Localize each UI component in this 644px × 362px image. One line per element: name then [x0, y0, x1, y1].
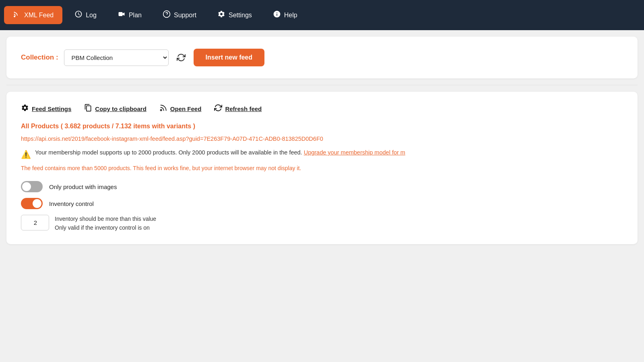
feed-url[interactable]: https://api.orsis.net/2019/facebook-inst… [21, 136, 623, 142]
warning-icon: ⚠️ [21, 150, 31, 159]
feed-card: Feed Settings Copy to clipboard Open Fee… [6, 92, 638, 244]
warning-row: ⚠️ Your membership model supports up to … [21, 149, 623, 159]
nav-plan-label: Plan [129, 12, 142, 19]
upgrade-link[interactable]: Upgrade your membership model for m [304, 149, 405, 156]
feed-notice: The feed contains more than 5000 product… [21, 165, 623, 171]
nav-settings[interactable]: Settings [208, 6, 261, 24]
action-bar: Feed Settings Copy to clipboard Open Fee… [21, 104, 623, 114]
insert-new-feed-button[interactable]: Insert new feed [194, 49, 264, 66]
nav-help-label: Help [284, 12, 297, 19]
question-icon [163, 10, 171, 20]
feed-settings-icon [21, 104, 29, 114]
nav-plan[interactable]: Plan [109, 6, 151, 24]
inventory-description: Inventory should be more than this value… [55, 215, 156, 232]
images-only-slider [21, 181, 43, 192]
copy-clipboard-label: Copy to clipboard [95, 105, 147, 112]
video-icon [118, 10, 126, 20]
warning-text: Your membership model supports up to 200… [35, 149, 302, 156]
svg-point-0 [14, 16, 15, 17]
inventory-control-slider [21, 198, 43, 209]
inventory-control-toggle[interactable] [21, 198, 43, 209]
refresh-collection-button[interactable] [174, 51, 188, 64]
copy-clipboard-button[interactable]: Copy to clipboard [84, 104, 147, 114]
svg-point-3 [160, 109, 161, 111]
collection-select[interactable]: PBM Collection All Products Summer Colle… [64, 49, 169, 66]
toggle-inventory-row: Inventory control [21, 198, 623, 209]
collection-label: Collection : [21, 53, 58, 62]
copy-icon [84, 104, 92, 114]
toggle-images-row: Only product with images [21, 181, 623, 192]
images-only-toggle[interactable] [21, 181, 43, 192]
feed-settings-button[interactable]: Feed Settings [21, 104, 71, 114]
nav-settings-label: Settings [229, 12, 252, 19]
nav-support[interactable]: Support [154, 6, 205, 24]
open-feed-label: Open Feed [170, 105, 202, 112]
nav-xml-feed-label: XML Feed [24, 12, 54, 19]
collection-card: Collection : PBM Collection All Products… [6, 37, 638, 78]
history-icon [74, 10, 83, 20]
refresh-feed-label: Refresh feed [225, 105, 262, 112]
inventory-control-label: Inventory control [49, 200, 94, 207]
feed-settings-label: Feed Settings [32, 105, 71, 112]
open-feed-icon [159, 104, 167, 114]
images-only-label: Only product with images [49, 183, 117, 190]
navbar: XML Feed Log Plan Support [0, 0, 644, 30]
nav-support-label: Support [174, 12, 196, 19]
gear-icon [217, 10, 225, 20]
refresh-feed-button[interactable]: Refresh feed [214, 104, 262, 114]
rss-icon [13, 10, 21, 20]
collection-row: Collection : PBM Collection All Products… [21, 49, 623, 66]
nav-log[interactable]: Log [66, 6, 105, 24]
nav-log-label: Log [86, 12, 97, 19]
feed-title: All Products ( 3.682 products / 7.132 it… [21, 123, 623, 130]
open-feed-button[interactable]: Open Feed [159, 104, 202, 114]
nav-xml-feed[interactable]: XML Feed [4, 6, 62, 24]
refresh-feed-icon [214, 104, 222, 114]
inventory-row: Inventory should be more than this value… [21, 215, 623, 232]
nav-help[interactable]: Help [264, 6, 306, 24]
info-icon [273, 10, 281, 20]
inventory-value-input[interactable] [21, 215, 49, 230]
